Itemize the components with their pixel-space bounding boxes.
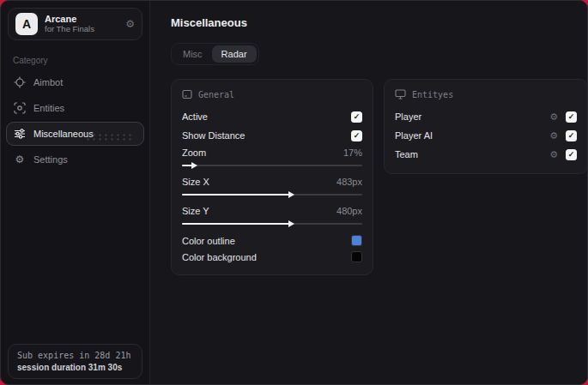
page-title: Miscellaneous: [171, 16, 588, 29]
setting-label: Active: [182, 111, 208, 122]
sidebar-header-card: A Arcane for The Finals ⚙: [8, 8, 142, 40]
size-x-slider[interactable]: [182, 190, 362, 199]
gear-icon[interactable]: ⚙: [549, 150, 558, 159]
setting-label: Zoom: [182, 147, 206, 158]
dots-decoration: [85, 133, 135, 141]
app-titles: Arcane for The Finals: [45, 14, 118, 34]
checkmark-icon: ✓: [354, 113, 361, 121]
checkmark-icon: ✓: [568, 151, 575, 159]
tab-radar[interactable]: Radar: [212, 45, 257, 63]
setting-label: Color outline: [182, 236, 235, 246]
size-y-slider[interactable]: [182, 220, 362, 228]
app-title: Arcane: [45, 14, 118, 25]
general-panel: General Active ✓ Show Distance ✓ Zoom 17…: [171, 79, 373, 275]
sidebar-item-label: Settings: [33, 154, 68, 165]
entities-panel-title: Entityes: [412, 90, 453, 99]
entity-row-player-ai: Player AI ⚙ ✓: [395, 126, 577, 145]
setting-row-size-x: Size X 483px: [182, 174, 362, 189]
window-icon: [182, 89, 192, 99]
setting-row-active: Active ✓: [182, 107, 362, 126]
gear-icon[interactable]: ⚙: [549, 112, 558, 122]
desktop-backdrop: A Arcane for The Finals ⚙ Category Aimbo…: [0, 0, 588, 385]
setting-label: Size Y: [182, 206, 209, 216]
zoom-slider[interactable]: [182, 161, 362, 170]
setting-label: Color background: [182, 252, 257, 262]
sidebar-item-entities[interactable]: Entities: [6, 96, 144, 120]
sidebar: A Arcane for The Finals ⚙ Category Aimbo…: [1, 1, 150, 384]
checkmark-icon: ✓: [568, 132, 575, 140]
sidebar-nav: Aimbot Entities: [1, 70, 149, 171]
setting-value: 480px: [336, 206, 362, 216]
slider-thumb[interactable]: [288, 220, 294, 227]
setting-value: 17%: [343, 147, 362, 158]
app-window: A Arcane for The Finals ⚙ Category Aimbo…: [0, 0, 588, 385]
player-ai-checkbox[interactable]: ✓: [566, 130, 577, 141]
monitor-icon: [395, 89, 406, 99]
active-checkbox[interactable]: ✓: [351, 111, 362, 123]
checkmark-icon: ✓: [568, 113, 575, 121]
slider-thumb[interactable]: [191, 162, 197, 169]
entity-row-team: Team ⚙ ✓: [395, 145, 577, 164]
setting-row-size-y: Size Y 480px: [182, 203, 362, 219]
general-panel-header: General: [182, 87, 362, 101]
slider-thumb[interactable]: [288, 191, 294, 198]
tab-bar: Misc Radar: [171, 43, 259, 65]
sub-expiry-text: Sub expires in 28d 21h: [17, 351, 133, 360]
session-duration-text: session duration 31m 30s: [17, 363, 133, 372]
general-panel-title: General: [198, 90, 234, 99]
main-content: Miscellaneous Misc Radar General Active: [150, 1, 588, 384]
setting-row-show-distance: Show Distance ✓: [182, 126, 362, 145]
crosshair-icon: [14, 76, 26, 88]
player-checkbox[interactable]: ✓: [566, 111, 577, 123]
sliders-icon: [14, 128, 26, 140]
entity-label: Player AI: [395, 130, 433, 141]
setting-row-zoom: Zoom 17%: [182, 145, 362, 160]
setting-label: Size X: [182, 177, 209, 187]
entity-row-player: Player ⚙ ✓: [395, 107, 577, 126]
sidebar-item-aimbot[interactable]: Aimbot: [6, 70, 144, 94]
entities-panel: Entityes Player ⚙ ✓ Player AI ⚙ ✓: [384, 79, 588, 174]
checkmark-icon: ✓: [354, 132, 361, 140]
app-logo: A: [15, 13, 38, 35]
app-subtitle: for The Finals: [45, 25, 118, 34]
show-distance-checkbox[interactable]: ✓: [351, 130, 362, 141]
setting-label: Show Distance: [182, 130, 245, 141]
team-checkbox[interactable]: ✓: [566, 149, 577, 160]
panels-row: General Active ✓ Show Distance ✓ Zoom 17…: [171, 79, 588, 275]
color-outline-swatch[interactable]: [351, 235, 362, 246]
sidebar-item-label: Entities: [33, 103, 64, 113]
entity-label: Player: [395, 111, 421, 122]
entity-label: Team: [395, 149, 418, 159]
scan-icon: [14, 102, 26, 114]
sidebar-item-miscellaneous[interactable]: Miscellaneous: [6, 122, 144, 146]
entities-panel-header: Entityes: [395, 87, 577, 101]
sidebar-item-label: Aimbot: [33, 77, 63, 87]
category-label: Category: [13, 56, 149, 65]
color-background-swatch[interactable]: [351, 251, 362, 262]
subscription-status-card: Sub expires in 28d 21h session duration …: [8, 344, 142, 379]
setting-row-color-outline: Color outline: [182, 232, 362, 249]
header-gear-icon[interactable]: ⚙: [125, 18, 135, 30]
gear-icon: ⚙: [14, 153, 26, 165]
sidebar-item-settings[interactable]: ⚙ Settings: [6, 147, 144, 171]
setting-row-color-background: Color background: [182, 249, 362, 265]
setting-value: 483px: [336, 177, 362, 187]
tab-misc[interactable]: Misc: [173, 45, 212, 63]
gear-icon[interactable]: ⚙: [549, 131, 558, 141]
